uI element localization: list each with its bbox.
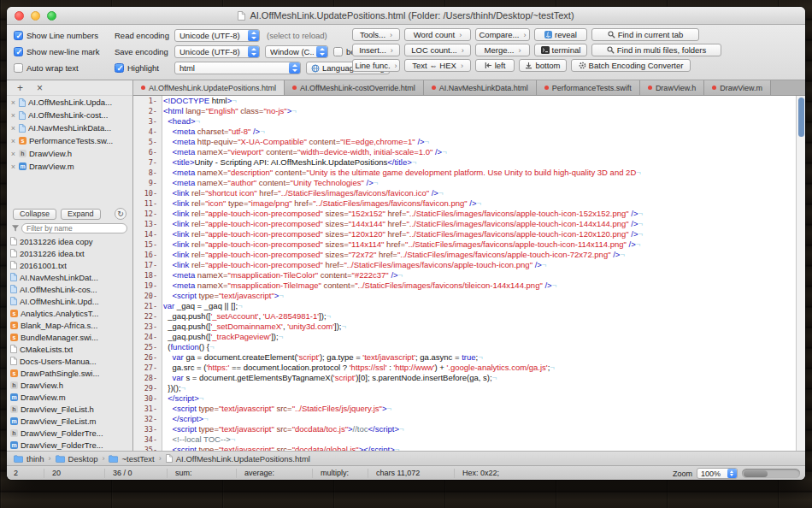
titlebar[interactable]: AI.OffMeshLink.UpdatePositions.html (Fol… (7, 7, 805, 25)
find-in-current-tab-button[interactable]: Find in current tab (591, 28, 699, 41)
search-icon (608, 31, 615, 38)
file-list-item[interactable]: sBlank_Map-Africa.s... (7, 319, 132, 331)
file-list-item[interactable]: hDrawView.h (7, 379, 132, 391)
checkbox-icon[interactable] (14, 47, 23, 56)
file-list-item[interactable]: CMakeLists.txt (7, 343, 132, 355)
file-type-icon: h (19, 150, 26, 157)
close-file-icon[interactable]: × (10, 98, 16, 107)
expand-button[interactable]: Expand (61, 209, 101, 220)
merge-button[interactable]: Merge... (475, 44, 530, 56)
code-text: <link rel="apple-touch-icon-precomposed"… (160, 209, 643, 219)
horizontal-scrollbar-thumb[interactable] (744, 470, 768, 477)
vertical-scrollbar[interactable] (796, 96, 805, 451)
file-list-item[interactable]: 20131226 idea copy (7, 235, 132, 247)
close-file-icon[interactable]: × (10, 137, 16, 145)
highlight-checkbox[interactable]: Highlight (115, 63, 174, 73)
reveal-button[interactable]: reveal (534, 28, 587, 41)
file-list-item[interactable]: AI.OffMeshLink-cos... (7, 283, 132, 295)
breadcrumb-item[interactable]: Desktop (56, 454, 98, 464)
file-list-item[interactable]: hDrawView_FileList.h (7, 403, 132, 415)
code-line: 21-var _gaq = _gaq || [];¬ (133, 301, 796, 311)
code-text: <meta nameX="msapplication-TileImage" co… (160, 281, 556, 291)
auto-wrap-checkbox[interactable]: Auto wrap text (14, 63, 115, 73)
save-encoding-select[interactable]: Unicode (UTF-8) (174, 45, 260, 58)
tab[interactable]: AI.OffMeshLink.UpdatePositions.html (133, 80, 285, 95)
file-list-item[interactable]: mDrawView.m (7, 391, 132, 403)
open-file-item[interactable]: ×sPerformanceTests.sw... (7, 134, 132, 147)
file-list-item[interactable]: mDrawView_FileList.m (7, 415, 132, 427)
panel-left-button[interactable]: left (475, 59, 515, 72)
collapse-button[interactable]: Collapse (13, 209, 56, 220)
vertical-scrollbar-thumb[interactable] (798, 97, 804, 137)
checkbox-icon[interactable] (14, 63, 23, 73)
word-count-button[interactable]: Word count (404, 28, 471, 41)
code-text: <meta charset="utf-8" />¬ (160, 127, 265, 137)
close-file-icon[interactable]: × (10, 111, 16, 120)
open-file-item[interactable]: ×AI.OffMeshLink-cost... (7, 109, 132, 121)
code-text: <script type="text/javascript" src="../S… (160, 404, 391, 414)
code-line: 30- </script>¬ (133, 393, 796, 404)
read-encoding-select[interactable]: Unicode (UTF-8) (174, 29, 260, 42)
find-in-multi-files-button[interactable]: Find in multi files, folders (591, 44, 721, 56)
text-hex-button[interactable]: Text ⇔ HEX (404, 59, 471, 72)
code-text: var _gaq = _gaq || [];¬ (160, 301, 243, 311)
code-editor[interactable]: 1-<!DOCTYPE html>¬2-<html lang="English"… (133, 96, 796, 451)
file-list-item[interactable]: hDrawView_FolderTre... (7, 427, 132, 439)
newline-mark: ¬ (199, 393, 204, 403)
batch-encoding-converter-button[interactable]: Batch Encoding Converter (571, 59, 691, 72)
checkbox-icon[interactable] (14, 31, 23, 40)
minimize-window-button[interactable] (31, 11, 40, 21)
close-file-icon[interactable]: × (10, 124, 16, 133)
file-list-item[interactable]: sBundleManager.swi... (7, 331, 132, 343)
file-list-item[interactable]: 20161001.txt (7, 259, 132, 271)
open-file-item[interactable]: ×hDrawView.h (7, 147, 132, 160)
filter-input[interactable] (21, 223, 127, 233)
file-list-item[interactable]: AI.OffMeshLink.Upd... (7, 295, 132, 307)
refresh-icon[interactable]: ↻ (115, 208, 127, 220)
open-file-item[interactable]: ×AI.OffMeshLink.Upda... (7, 96, 132, 109)
file-list-item[interactable]: mDrawView_FolderTre... (7, 439, 132, 451)
newline-format-select[interactable]: Window (C...) (265, 45, 328, 58)
toolbar: Show Line numbers Read encoding Unicode … (7, 25, 805, 80)
file-name: 20131226 idea.txt (20, 249, 85, 258)
terminal-button[interactable]: terminal (534, 44, 587, 56)
add-file-button[interactable]: + (17, 83, 23, 93)
checkbox-icon[interactable] (115, 63, 124, 73)
file-list-item[interactable]: AI.NavMeshLinkDat... (7, 271, 132, 283)
breadcrumb-item[interactable]: thinh (14, 454, 44, 464)
breadcrumb-item[interactable]: ~testText (109, 454, 154, 464)
compare-button[interactable]: Compare... (475, 28, 530, 41)
loc-count-button[interactable]: LOC count... (404, 44, 471, 56)
line-number: 33- (133, 424, 160, 434)
tab[interactable]: PerformanceTests.swift (537, 80, 640, 95)
file-list-item[interactable]: sDrawPathSingle.swi... (7, 367, 132, 379)
breadcrumb-item[interactable]: AI.OffMeshLink.UpdatePositions.html (166, 454, 310, 464)
tab[interactable]: DrawView.h (640, 80, 704, 95)
panel-bottom-button[interactable]: bottom (519, 59, 567, 72)
close-all-button[interactable]: × (37, 83, 43, 93)
zoom-select[interactable]: 100% (697, 468, 738, 479)
tab[interactable]: AI.NavMeshLinkData.html (424, 80, 537, 95)
open-file-item[interactable]: ×mDrawView.m (7, 160, 132, 173)
status-multiply-label: multiply: (321, 469, 368, 478)
close-file-icon[interactable]: × (10, 162, 16, 171)
horizontal-scrollbar[interactable] (742, 469, 800, 478)
tools-button[interactable]: Tools... (352, 28, 400, 41)
open-file-item[interactable]: ×AI.NavMeshLinkData... (7, 121, 132, 134)
close-file-icon[interactable]: × (10, 150, 16, 158)
file-list-item[interactable]: 20131226 idea.txt (7, 247, 132, 259)
insert-button[interactable]: Insert... (352, 44, 400, 56)
file-list-item[interactable]: sAnalytics.AnalyticsT... (7, 307, 132, 319)
zoom-window-button[interactable] (47, 11, 56, 21)
tab[interactable]: DrawView.m (704, 80, 771, 95)
file-list-item[interactable]: Docs-Users-Manua... (7, 355, 132, 367)
checkbox-icon[interactable] (333, 47, 343, 56)
show-line-numbers-checkbox[interactable]: Show Line numbers (14, 31, 115, 40)
tab[interactable]: AI.OffMeshLink-costOverride.html (285, 80, 424, 95)
file-type-icon: h (10, 405, 18, 413)
line-func-button[interactable]: Line func. (352, 59, 400, 72)
syntax-mode-select[interactable]: html (174, 62, 301, 74)
show-newline-mark-checkbox[interactable]: Show new-line mark (14, 47, 115, 56)
close-window-button[interactable] (15, 11, 24, 21)
code-line: 20- <script type="text/javascript">¬ (133, 291, 796, 301)
